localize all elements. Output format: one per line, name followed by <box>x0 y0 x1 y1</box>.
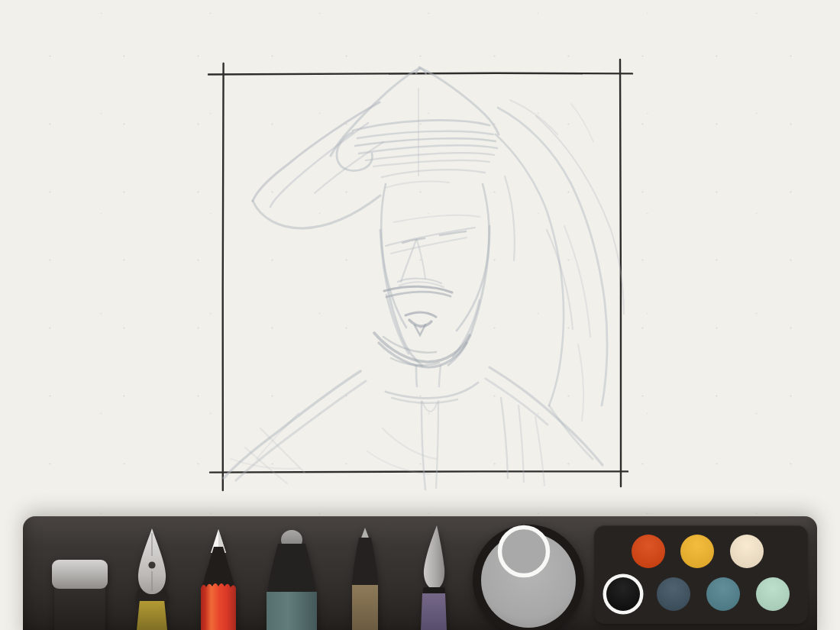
marker-tool[interactable] <box>263 527 321 630</box>
pencil-tool[interactable] <box>197 527 240 630</box>
mixer-picker-ring <box>500 528 548 576</box>
color-swatch-5[interactable] <box>657 577 690 611</box>
pen-tool[interactable] <box>347 525 383 630</box>
tool-tray <box>23 516 817 630</box>
eraser-tool[interactable] <box>49 556 110 630</box>
color-swatch-4-selected[interactable] <box>606 577 640 611</box>
fountain-pen-tool[interactable] <box>131 525 173 630</box>
sketch-frame <box>208 60 632 490</box>
fountain-pen-icon <box>131 525 173 630</box>
color-mixer-icon <box>470 522 588 630</box>
portrait-light-strokes <box>224 67 624 489</box>
color-swatch-1[interactable] <box>632 535 665 568</box>
color-mixer-well[interactable] <box>470 522 588 630</box>
pencil-icon <box>197 527 240 630</box>
color-swatch-7[interactable] <box>756 577 790 611</box>
eraser-icon <box>49 556 110 630</box>
color-swatch-2[interactable] <box>680 535 714 568</box>
brush-icon <box>415 522 454 630</box>
pen-icon <box>347 525 383 630</box>
color-swatch-6[interactable] <box>706 577 740 611</box>
color-palette <box>594 525 808 624</box>
drawing-app-screen <box>0 0 840 630</box>
brush-tool[interactable] <box>415 522 454 630</box>
marker-icon <box>263 527 321 630</box>
color-swatch-3[interactable] <box>730 535 764 568</box>
